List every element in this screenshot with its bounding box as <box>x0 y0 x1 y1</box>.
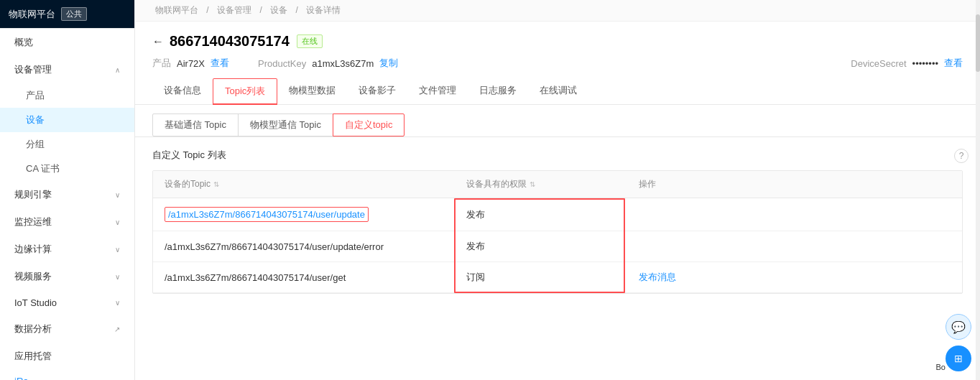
sub-tab-thing-model[interactable]: 物模型通信 Topic <box>238 113 333 136</box>
page-title: 866714043075174 <box>170 33 290 50</box>
sidebar-item-iot-studio[interactable]: IoT Studio ∨ <box>0 290 134 315</box>
tab-log-service[interactable]: 日志服务 <box>468 78 528 105</box>
sidebar-public-badge[interactable]: 公共 <box>61 7 87 21</box>
col-header-perm: 设备具有的权限 ⇅ <box>466 178 639 190</box>
sort-icon-perm: ⇅ <box>530 180 535 188</box>
scrollbar[interactable] <box>976 0 980 380</box>
chevron-down-icon-iot: ∨ <box>115 299 120 307</box>
breadcrumb-sep1: / <box>206 5 208 15</box>
topic-table: 设备的Topic ⇅ 设备具有的权限 ⇅ 操作 /a1mxL3s6Z7m/866… <box>152 170 963 294</box>
productkey-meta: ProductKey a1mxL3s6Z7m 复制 <box>258 57 398 70</box>
product-view-link[interactable]: 查看 <box>211 57 229 70</box>
product-label: 产品 <box>152 57 171 70</box>
sub-tabs: 基础通信 Topic 物模型通信 Topic 自定义topic <box>135 105 980 137</box>
breadcrumb-detail: 设备详情 <box>306 5 341 15</box>
devicesecret-meta: DeviceSecret •••••••• 查看 <box>851 57 963 70</box>
main-content: 物联网平台 / 设备管理 / 设备 / 设备详情 ← 8667140430751… <box>135 0 980 380</box>
user-label: Bo <box>936 363 946 371</box>
online-status-badge: 在线 <box>297 34 323 48</box>
devicesecret-label: DeviceSecret <box>851 58 906 69</box>
sidebar-item-ira[interactable]: iRa <box>0 370 134 380</box>
tab-online-debug[interactable]: 在线调试 <box>528 78 588 105</box>
section-title: 自定义 Topic 列表 <box>152 149 963 162</box>
sidebar-item-rules[interactable]: 规则引擎 ∨ <box>0 181 134 208</box>
row3-topic: /a1mxL3s6Z7m/866714043075174/user/get <box>165 272 466 283</box>
sub-tab-custom[interactable]: 自定义topic <box>333 113 405 136</box>
col-header-action: 操作 <box>639 178 951 190</box>
sidebar-item-device[interactable]: 设备 <box>0 108 134 132</box>
scroll-thumb[interactable] <box>976 14 980 72</box>
table-header: 设备的Topic ⇅ 设备具有的权限 ⇅ 操作 <box>153 171 962 198</box>
row2-perm: 发布 <box>466 240 639 253</box>
breadcrumb: 物联网平台 / 设备管理 / 设备 / 设备详情 <box>135 0 980 22</box>
main-tabs: 设备信息 Topic列表 物模型数据 设备影子 文件管理 日志服务 在线调试 <box>135 78 980 105</box>
topic-text-2: /a1mxL3s6Z7m/866714043075174/user/update… <box>165 241 384 252</box>
grid-icon: ⊞ <box>954 353 963 364</box>
tab-device-shadow[interactable]: 设备影子 <box>347 78 407 105</box>
page-header: ← 866714043075174 在线 <box>135 22 980 57</box>
chevron-down-icon-monitor: ∨ <box>115 218 120 226</box>
table-row: /a1mxL3s6Z7m/866714043075174/user/update… <box>153 231 962 262</box>
table-row: /a1mxL3s6Z7m/866714043075174/user/update… <box>153 198 962 231</box>
breadcrumb-sep3: / <box>295 5 297 15</box>
chevron-down-icon-rules: ∨ <box>115 191 120 199</box>
sidebar-item-video[interactable]: 视频服务 ∨ <box>0 263 134 290</box>
sidebar-item-device-management[interactable]: 设备管理 ∧ <box>0 56 134 83</box>
tab-thing-model[interactable]: 物模型数据 <box>277 78 347 105</box>
sidebar-item-product[interactable]: 产品 <box>0 83 134 108</box>
product-meta: 产品 Air72X 查看 <box>152 57 229 70</box>
help-icon[interactable]: ? <box>954 149 969 163</box>
table-row: /a1mxL3s6Z7m/866714043075174/user/get 订阅… <box>153 262 962 293</box>
user-fab-button[interactable]: ⊞ <box>946 346 971 371</box>
devicesecret-view-link[interactable]: 查看 <box>944 57 963 70</box>
sub-tab-basic[interactable]: 基础通信 Topic <box>152 113 239 136</box>
productkey-value: a1mxL3s6Z7m <box>312 58 374 69</box>
chat-fab-button[interactable]: 💬 <box>946 314 971 340</box>
row2-topic: /a1mxL3s6Z7m/866714043075174/user/update… <box>165 241 466 252</box>
tab-file-mgmt[interactable]: 文件管理 <box>407 78 468 105</box>
tab-device-info[interactable]: 设备信息 <box>152 78 213 105</box>
topic-link-1[interactable]: /a1mxL3s6Z7m/866714043075174/user/update <box>165 207 369 222</box>
back-button[interactable]: ← <box>152 35 164 48</box>
sidebar-item-group[interactable]: 分组 <box>0 132 134 157</box>
meta-row: 产品 Air72X 查看 ProductKey a1mxL3s6Z7m 复制 D… <box>135 57 980 75</box>
row1-perm: 发布 <box>466 208 639 221</box>
sidebar-item-ca-cert[interactable]: CA 证书 <box>0 157 134 181</box>
product-value: Air72X <box>177 58 205 69</box>
col-header-topic: 设备的Topic ⇅ <box>165 178 466 190</box>
sidebar-item-edge[interactable]: 边缘计算 ∨ <box>0 236 134 263</box>
chevron-down-icon-video: ∨ <box>115 273 120 281</box>
topic-text-3: /a1mxL3s6Z7m/866714043075174/user/get <box>165 272 346 283</box>
sidebar-item-data-analysis[interactable]: 数据分析 ↗ <box>0 315 134 343</box>
fab-container: 💬 ⊞ <box>946 314 971 371</box>
productkey-label: ProductKey <box>258 58 306 69</box>
breadcrumb-sep2: / <box>259 5 262 15</box>
row3-action[interactable]: 发布消息 <box>639 271 951 284</box>
breadcrumb-platform: 物联网平台 <box>155 5 198 15</box>
publish-message-link[interactable]: 发布消息 <box>639 272 676 282</box>
breadcrumb-device: 设备 <box>270 5 287 15</box>
sidebar-header: 物联网平台 公共 <box>0 0 134 29</box>
row3-perm: 订阅 <box>466 271 639 284</box>
chevron-down-icon-edge: ∨ <box>115 246 120 254</box>
sidebar: 物联网平台 公共 概览 设备管理 ∧ 产品 设备 分组 CA 证书 规则引擎 ∨… <box>0 0 135 380</box>
content-area: 自定义 Topic 列表 设备的Topic ⇅ 设备具有的权限 ⇅ 操作 /a1… <box>135 137 980 380</box>
sort-icon: ⇅ <box>213 180 219 188</box>
chat-icon: 💬 <box>951 320 966 334</box>
chevron-up-icon: ∧ <box>115 66 120 74</box>
sidebar-nav: 概览 设备管理 ∧ 产品 设备 分组 CA 证书 规则引擎 ∨ 监控运维 ∨ 边… <box>0 29 134 380</box>
sidebar-item-overview[interactable]: 概览 <box>0 29 134 56</box>
sidebar-platform-title: 物联网平台 <box>9 8 55 21</box>
external-link-icon: ↗ <box>114 325 120 333</box>
productkey-copy-link[interactable]: 复制 <box>379 57 398 70</box>
sidebar-item-app-hosting[interactable]: 应用托管 <box>0 343 134 370</box>
breadcrumb-mgmt: 设备管理 <box>217 5 251 15</box>
row1-topic: /a1mxL3s6Z7m/866714043075174/user/update <box>165 207 466 222</box>
sidebar-item-monitor[interactable]: 监控运维 ∨ <box>0 208 134 236</box>
tab-topic-list[interactable]: Topic列表 <box>213 78 277 105</box>
devicesecret-masked: •••••••• <box>912 58 938 69</box>
